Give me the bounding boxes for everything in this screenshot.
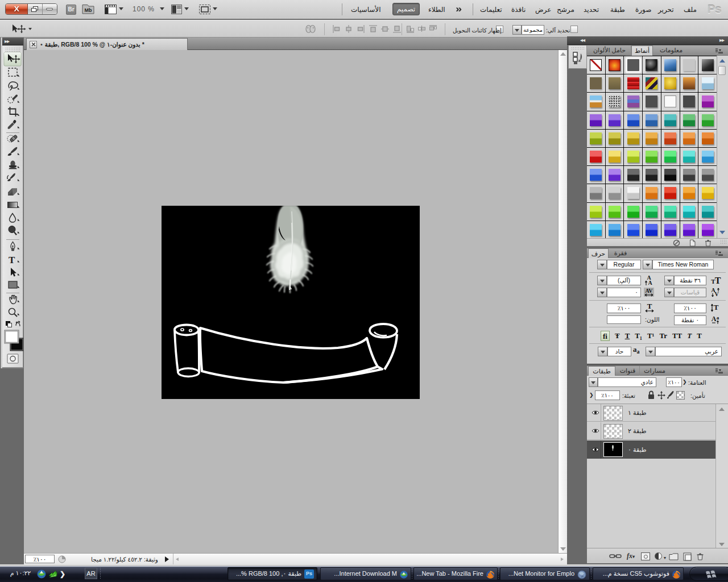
svg-text:T: T bbox=[714, 303, 719, 311]
svg-text:a: a bbox=[717, 315, 719, 321]
svg-text:AV: AV bbox=[645, 288, 653, 294]
svg-text:T: T bbox=[9, 255, 15, 265]
svg-text:T: T bbox=[715, 276, 721, 285]
svg-text:V: V bbox=[714, 291, 719, 297]
svg-text:A: A bbox=[712, 315, 717, 323]
svg-text:Mb: Mb bbox=[85, 7, 92, 13]
svg-text:A: A bbox=[648, 280, 652, 286]
svg-text:T: T bbox=[647, 302, 652, 310]
